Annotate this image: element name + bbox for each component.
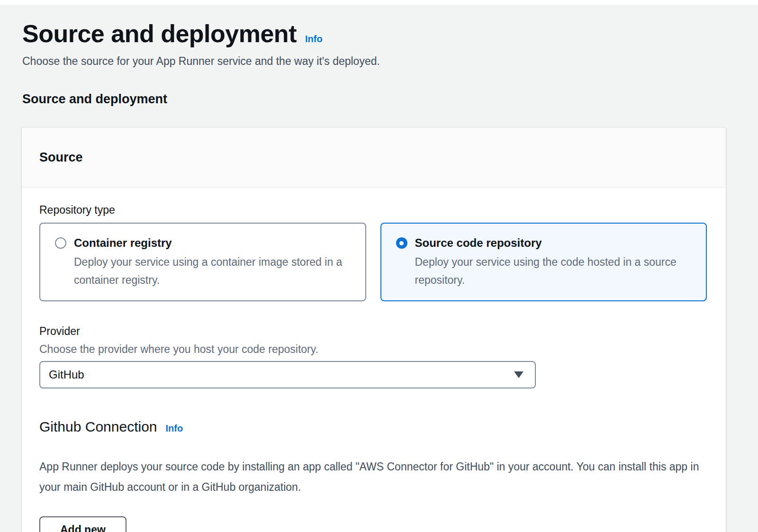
page-title-info-link[interactable]: Info [305, 34, 323, 45]
repository-type-label: Repository type [39, 203, 707, 217]
source-panel-header: Source [22, 127, 726, 188]
github-connection-heading-row: Github Connection Info [39, 418, 707, 436]
page-title: Source and deployment [22, 20, 297, 47]
add-new-button[interactable]: Add new [39, 516, 126, 532]
provider-label: Provider [39, 324, 707, 338]
tile-source-code-repository-description: Deploy your service using the code hoste… [415, 253, 690, 289]
tile-container-registry-label: Container registry [74, 236, 172, 249]
provider-select[interactable]: GitHub [39, 361, 536, 388]
provider-block: Provider Choose the provider where you h… [39, 324, 707, 388]
github-connection-heading: Github Connection [39, 418, 157, 436]
radio-selected-icon[interactable] [396, 237, 407, 249]
github-connection-description: App Runner deploys your source code by i… [39, 457, 707, 497]
provider-description: Choose the provider where you host your … [39, 342, 707, 356]
title-row: Source and deployment Info [22, 20, 730, 47]
section-heading: Source and deployment [22, 92, 730, 107]
tile-container-registry-description: Deploy your service using a container im… [74, 253, 349, 289]
page-subtitle: Choose the source for your App Runner se… [22, 54, 730, 68]
tile-source-code-repository[interactable]: Source code repository Deploy your servi… [380, 223, 707, 301]
tile-source-code-repository-label: Source code repository [415, 236, 542, 249]
tile-text: Container registry Deploy your service u… [74, 236, 349, 289]
source-panel-body: Repository type Container registry Deplo… [22, 188, 726, 532]
repository-type-tiles: Container registry Deploy your service u… [39, 223, 707, 301]
page-header: Source and deployment Info Choose the so… [0, 0, 758, 107]
top-white-strip [0, 0, 758, 5]
chevron-down-icon [514, 371, 523, 378]
provider-selected-value: GitHub [49, 368, 84, 381]
github-connection-info-link[interactable]: Info [166, 423, 183, 434]
radio-unselected-icon[interactable] [55, 237, 66, 249]
source-panel-title: Source [39, 149, 708, 165]
tile-text: Source code repository Deploy your servi… [415, 236, 690, 289]
tile-container-registry[interactable]: Container registry Deploy your service u… [39, 223, 366, 301]
source-panel: Source Repository type Container registr… [21, 127, 726, 532]
